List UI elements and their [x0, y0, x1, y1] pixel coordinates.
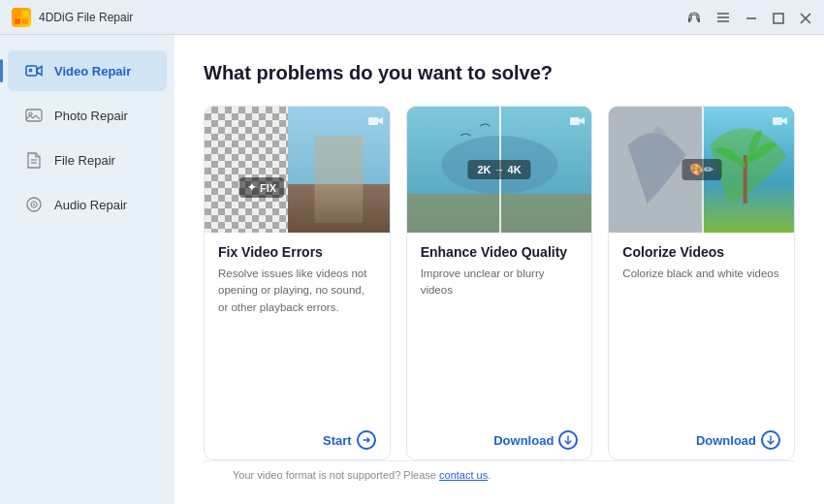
- svg-rect-24: [288, 184, 390, 233]
- audio-repair-icon: [23, 194, 45, 215]
- main-container: Video Repair Photo Repair: [0, 35, 824, 504]
- download-button-enhance[interactable]: Download: [493, 430, 578, 450]
- sidebar-item-audio-repair[interactable]: Audio Repair: [8, 184, 167, 225]
- card-action-enhance: Download: [421, 430, 579, 450]
- content-area: What problems do you want to solve?: [174, 35, 824, 504]
- svg-rect-25: [314, 136, 363, 223]
- sidebar-item-video-repair[interactable]: Video Repair: [8, 50, 167, 91]
- maximize-icon[interactable]: [772, 9, 785, 24]
- card-action-colorize: Download: [622, 430, 780, 450]
- download-button-colorize[interactable]: Download: [696, 430, 780, 450]
- svg-rect-30: [570, 117, 580, 125]
- card-body-enhance: Enhance Video Quality Improve unclear or…: [407, 233, 592, 459]
- footer: Your video format is not supported? Plea…: [204, 460, 795, 488]
- card-body-fix: Fix Video Errors Resolve issues like vid…: [205, 233, 390, 459]
- card-desc-colorize: Colorize black and white videos: [622, 266, 780, 421]
- sidebar-item-file-repair[interactable]: File Repair: [8, 140, 167, 180]
- contact-link[interactable]: contact us: [439, 469, 488, 481]
- sidebar-label-file-repair: File Repair: [54, 153, 115, 168]
- app-title: 4DDiG File Repair: [39, 11, 133, 24]
- headphone-icon[interactable]: [686, 9, 702, 25]
- card-title-colorize: Colorize Videos: [622, 244, 780, 260]
- titlebar-left: 4DDiG File Repair: [12, 8, 133, 27]
- palette-badge: 🎨✏: [681, 159, 721, 180]
- card-enhance-video: 2K → 4K Enhance Video Quality Improve un…: [406, 106, 593, 460]
- close-icon[interactable]: [799, 9, 812, 24]
- footer-text: Your video format is not supported? Plea…: [233, 469, 439, 481]
- svg-rect-2: [15, 18, 20, 24]
- svg-rect-10: [774, 14, 783, 23]
- card-image-fix: ✦FIX: [205, 107, 390, 233]
- svg-rect-3: [22, 18, 28, 24]
- svg-point-22: [33, 204, 35, 205]
- card-desc-enhance: Improve unclear or blurry videos: [421, 266, 579, 421]
- app-icon: [12, 8, 31, 27]
- card-image-colorize: 🎨✏: [609, 107, 794, 233]
- download-icon-colorize: [761, 430, 780, 450]
- footer-suffix: .: [488, 469, 491, 481]
- svg-rect-5: [698, 18, 701, 22]
- card-action-fix: Start: [218, 430, 376, 450]
- download-label-enhance: Download: [493, 433, 554, 448]
- svg-rect-0: [15, 11, 20, 16]
- window-controls: [686, 9, 812, 25]
- titlebar: 4DDiG File Repair: [0, 0, 824, 35]
- video-repair-icon: [23, 60, 45, 81]
- file-repair-icon: [23, 149, 45, 171]
- svg-point-17: [29, 112, 32, 115]
- download-label-colorize: Download: [696, 433, 756, 448]
- menu-icon[interactable]: [715, 9, 731, 25]
- card-desc-fix: Resolve issues like videos not opening o…: [218, 266, 376, 421]
- svg-rect-4: [688, 18, 691, 22]
- card-title-enhance: Enhance Video Quality: [421, 244, 579, 260]
- sidebar: Video Repair Photo Repair: [0, 35, 174, 504]
- start-label: Start: [323, 433, 352, 448]
- card-title-fix: Fix Video Errors: [218, 244, 376, 260]
- cards-row: ✦FIX Fix Video Errors Resolve issues lik…: [204, 106, 795, 460]
- photo-repair-icon: [23, 105, 45, 126]
- sidebar-label-audio-repair: Audio Repair: [54, 198, 127, 212]
- svg-rect-26: [368, 117, 378, 125]
- sidebar-label-video-repair: Video Repair: [54, 64, 131, 79]
- card-body-colorize: Colorize Videos Colorize black and white…: [609, 233, 794, 459]
- svg-rect-34: [773, 117, 782, 125]
- card-fix-video-errors: ✦FIX Fix Video Errors Resolve issues lik…: [204, 106, 391, 460]
- start-button[interactable]: Start: [323, 430, 376, 450]
- video-icon-corner-enhance: [570, 112, 586, 127]
- quality-badge: 2K → 4K: [467, 160, 530, 179]
- fix-badge: ✦FIX: [239, 177, 284, 198]
- checkered-bg: [205, 107, 297, 233]
- card-image-enhance: 2K → 4K: [407, 107, 592, 233]
- video-icon-corner-colorize: [773, 112, 788, 127]
- minimize-icon[interactable]: [745, 9, 758, 24]
- download-icon-enhance: [558, 430, 578, 450]
- card-colorize: 🎨✏ Colorize Videos Colorize black and wh…: [608, 106, 795, 460]
- sidebar-label-photo-repair: Photo Repair: [54, 109, 128, 123]
- sidebar-item-photo-repair[interactable]: Photo Repair: [8, 95, 167, 136]
- video-icon-corner-fix: [368, 112, 384, 127]
- page-title: What problems do you want to solve?: [204, 62, 795, 84]
- start-arrow-icon: [357, 430, 376, 450]
- svg-rect-1: [22, 11, 28, 16]
